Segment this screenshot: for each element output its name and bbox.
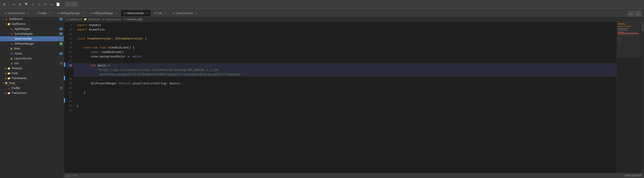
tab-close-4[interactable]: ✕ [115, 12, 117, 14]
mm-line-1 [618, 23, 624, 24]
split-left-button[interactable]: ⊢ [628, 11, 634, 16]
swift-icon-bc-1: ◈ [66, 18, 68, 20]
tab-close-7[interactable]: ✕ [195, 12, 197, 14]
mm-line-9 [618, 34, 639, 34]
code-area[interactable]: import SnapKit import Alamofire class Vi… [74, 22, 616, 173]
tab-info[interactable]: ⊟ Info ✕ [151, 10, 170, 16]
storyboard-icon-1: ◧ [10, 47, 14, 50]
tab-close-5[interactable]: ✕ [146, 12, 148, 14]
mm-line-2 [618, 24, 626, 25]
sidebar-item-swiftdemol-root[interactable]: ▾ ◈ SwiftDemol M [0, 16, 64, 21]
split-right-button[interactable]: ⊣ [635, 11, 641, 16]
line-num-26: 26 [65, 108, 74, 113]
sidebar-item-info[interactable]: ⊟ Info ? [0, 61, 64, 66]
sidebar-item-podfile[interactable]: ◈ Podfile ? [0, 86, 64, 91]
tag-icon[interactable]: 🏷 [43, 2, 48, 7]
tab-viewcontroller-active[interactable]: ◈ ViewController ✕ [120, 10, 152, 16]
line-num-10: 10 [65, 27, 74, 32]
sidebar-label-launchscreen: LaunchScreen [14, 57, 32, 60]
kw-super-1: super [91, 50, 100, 54]
tab-podfile[interactable]: ◈ Podfile ✕ [32, 10, 54, 16]
breadcrumb-swiftdemol-1: SwiftDemol [69, 18, 82, 21]
code-alamofire: Alamofire [87, 28, 105, 31]
line-num-17: 17 [65, 59, 74, 63]
tab-label-2: Podfile [38, 12, 47, 15]
code-line-15: super .viewDidLoad() [74, 50, 616, 54]
sidebar-item-assets[interactable]: ⊕ Assets M [0, 51, 64, 56]
sidebar-item-products[interactable]: ▶ 📁 Products [0, 66, 64, 71]
tab-viewcontroller-1[interactable]: ◈ ViewController ✕ [1, 10, 32, 16]
kw-func-1: func [100, 46, 106, 49]
sidebar-label-frameworks-1: Frameworks [12, 77, 26, 80]
code-indent-20: AliPlayerManger [77, 82, 117, 85]
error-icon-status: ✕ [72, 174, 74, 177]
tab-viewcontroller-3[interactable]: ◈ ViewController ✕ [170, 10, 200, 16]
code-music-assign: music = [96, 64, 110, 67]
table-icon[interactable]: ⊟ [18, 2, 23, 7]
diamond-icon[interactable]: ◇ [36, 2, 42, 7]
line-num-25: 25 [65, 104, 74, 108]
sidebar-item-frameworks-1[interactable]: ▶ 📁 Frameworks [0, 76, 64, 81]
rect2-icon[interactable]: ▭ [49, 2, 54, 7]
code-viewdidload: viewDidLoad() { [106, 46, 135, 49]
code-line-21 [74, 86, 616, 90]
warning-area: ⚠ 1 ✕ 0 [67, 174, 77, 177]
main-area: ▾ ◈ SwiftDemol M ▾ 📁 SwiftDemol ◈ AppDel… [0, 16, 644, 178]
sidebar-label-scenedelegate: SceneDelegate [14, 32, 33, 35]
sidebar-item-swiftdemol-group[interactable]: ▾ 📁 SwiftDemol [0, 21, 64, 26]
code-indent-15 [77, 50, 91, 54]
sidebar-item-aliplayermanger[interactable]: ◈ AliPlayerManger A [0, 41, 64, 46]
ruby-icon-sidebar: ◈ [7, 86, 11, 90]
sidebar-label-main: Main [14, 47, 20, 50]
minimap [616, 22, 641, 173]
kw-let-1: let [91, 64, 96, 67]
breadcrumb: ◈ SwiftDemol › 📁 SwiftDemol › ◈ ViewCont… [64, 16, 644, 22]
back-button[interactable]: ‹ [65, 1, 71, 7]
swift-icon-sidebar-3: ◈ [10, 32, 14, 36]
tab-label-7: ViewController [176, 12, 193, 15]
code-indent-18 [77, 64, 91, 67]
tab-aliplayermanger-1[interactable]: ◈ AliPlayerManger ✕ [54, 10, 87, 16]
sidebar-item-appdelegate[interactable]: ◈ AppDelegate M [0, 26, 64, 31]
rect-icon[interactable]: ▭ [12, 2, 16, 7]
sidebar-item-viewcontroller[interactable]: ◈ ViewController M [0, 36, 64, 41]
line-num-19: 19 [65, 77, 74, 81]
line-num-24: 24 [65, 99, 74, 104]
grid-icon[interactable]: ⊞ [2, 2, 7, 7]
line-num-13: 13 [65, 41, 74, 45]
swift-icon-sidebar-1: ◈ [4, 17, 8, 21]
tab-close-2[interactable]: ✕ [49, 12, 51, 14]
sidebar-item-pods-group[interactable]: ▶ 📁 Pods [0, 71, 64, 76]
tab-close-6[interactable]: ✕ [164, 12, 166, 14]
code-closebrace-outer: } [77, 104, 78, 108]
line-num-21: 21 [65, 86, 74, 90]
code-indent-14 [77, 46, 84, 49]
code-line-18: let music = [74, 63, 616, 68]
sidebar-item-main[interactable]: ◧ Main [0, 46, 64, 51]
forward-button[interactable]: › [71, 1, 77, 7]
swift-icon-sidebar-2: ◈ [10, 27, 14, 31]
kw-import-1: import [77, 23, 87, 27]
sidebar-item-launchscreen[interactable]: ◧ LaunchScreen [0, 56, 64, 61]
breadcrumb-sep-2: › [101, 18, 102, 21]
mm-line-6 [618, 30, 628, 30]
search-icon[interactable]: 🔍 [24, 2, 29, 7]
right-scrollbar[interactable] [641, 22, 644, 173]
sidebar-label-pods-root: Pods [9, 82, 15, 85]
doc-icon[interactable]: 📄 [56, 2, 60, 7]
sidebar-item-scenedelegate[interactable]: ◈ SceneDelegate M [0, 31, 64, 36]
sidebar-item-frameworks-2[interactable]: ▶ 📁 Frameworks [0, 91, 64, 96]
tab-close-3[interactable]: ✕ [82, 12, 84, 14]
line-num-20: 20 [65, 81, 74, 86]
expand-arrow-6: ▾ [2, 82, 4, 84]
code-indent-18c [77, 73, 98, 76]
tab-aliplayermanger-2[interactable]: ◈ AliPlayerManger ✕ [87, 10, 120, 16]
warning-icon[interactable]: ⚠ [30, 2, 35, 7]
sidebar-item-pods-root[interactable]: ▾ 📦 Pods [0, 81, 64, 86]
code-colon-1: : [112, 37, 115, 40]
expand-arrow-5: ▶ [4, 77, 7, 79]
tab-close-1[interactable]: ✕ [27, 12, 29, 14]
string-url-2: .mp4?NXSAccessKeyID=SL4378EWWOUTQVHNR3TJ… [98, 73, 242, 76]
folder-icon-sidebar-6: 📁 [7, 91, 11, 95]
sidebar-label-aliplayermanger: AliPlayerManger [14, 42, 34, 45]
